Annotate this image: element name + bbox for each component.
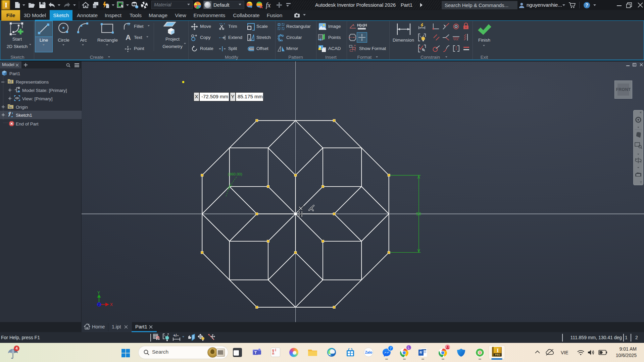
svg-text:Y: Y (97, 291, 100, 295)
svg-text:(360.00): (360.00) (228, 172, 242, 176)
svg-text:Z: Z (98, 303, 100, 307)
svg-text:X: X (110, 302, 113, 307)
svg-text:50: 50 (416, 211, 421, 216)
